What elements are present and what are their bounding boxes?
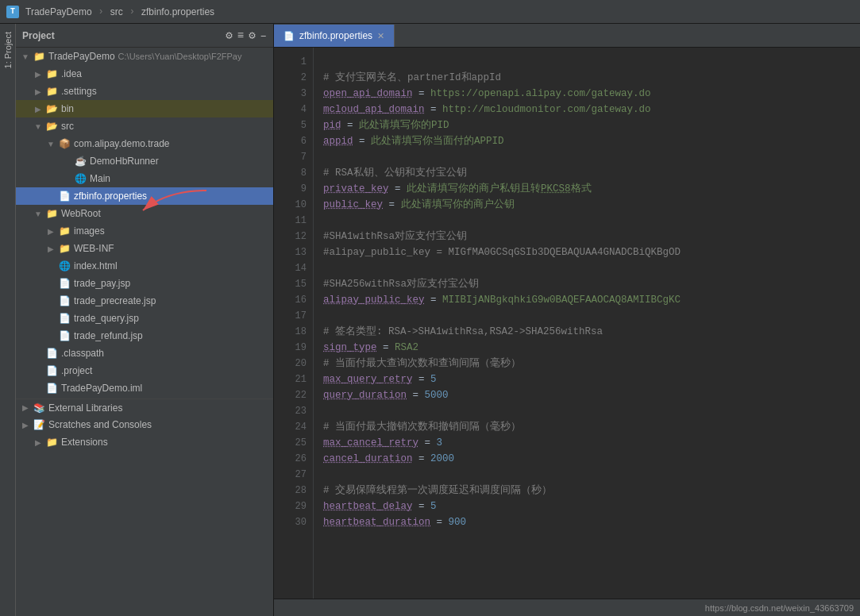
main-icon: 🌐: [73, 173, 87, 184]
tab-zfbinfo[interactable]: 📄 zfbinfo.properties ✕: [274, 25, 395, 47]
tree-item-precreate[interactable]: 📄 trade_precreate.jsp: [16, 292, 273, 310]
label-tradepay-jsp: trade_pay.jsp: [74, 278, 130, 289]
title-sep2: ›: [129, 6, 135, 17]
code-line-9: private_key = 此处请填写你的商户私钥且转PKCS8格式: [323, 181, 860, 197]
line-num-3: 3: [274, 86, 313, 102]
package-icon: 📦: [57, 138, 71, 149]
code-line-5: pid = 此处请填写你的PID: [323, 117, 860, 133]
line-num-26: 26: [274, 451, 313, 467]
project-vertical-tab[interactable]: 1: Project: [0, 24, 16, 616]
jsp-icon-refund: 📄: [57, 330, 71, 341]
expand-idea: ▶: [32, 70, 44, 79]
settings-gear-icon[interactable]: ⚙: [226, 29, 232, 42]
line-num-30: 30: [274, 514, 313, 530]
label-index: index.html: [74, 260, 118, 271]
code-line-23: [323, 403, 860, 419]
tree-item-bin[interactable]: ▶ 📂 bin: [16, 100, 273, 117]
title-src: src: [110, 6, 123, 17]
tree-item-refund[interactable]: 📄 trade_refund.jsp: [16, 327, 273, 345]
title-bar: T TradePayDemo › src › zfbinfo.propertie…: [0, 0, 860, 24]
code-line-2: # 支付宝网关名、partnerId和appId: [323, 70, 860, 86]
line-num-21: 21: [274, 372, 313, 387]
line-num-29: 29: [274, 499, 313, 514]
line-num-12: 12: [274, 229, 313, 244]
tree-item-demohb[interactable]: ☕ DemoHbRunner: [16, 152, 273, 170]
expand-scratches: ▶: [19, 421, 32, 429]
line-num-7: 7: [274, 149, 313, 165]
jsp-icon-precreate: 📄: [57, 295, 71, 306]
settings2-icon[interactable]: ⚙: [249, 29, 255, 42]
line-num-11: 11: [274, 213, 313, 229]
label-scratches: Scratches and Consoles: [48, 419, 152, 430]
code-line-11: [323, 213, 860, 229]
tree-item-settings[interactable]: ▶ 📁 .settings: [16, 83, 273, 100]
folder-icon-src: 📂: [44, 121, 59, 132]
line-num-10: 10: [274, 197, 313, 213]
line-num-22: 22: [274, 387, 313, 403]
tree-item-extlibs[interactable]: ▶ 📚 External Libraries: [16, 398, 273, 416]
label-bin: bin: [61, 103, 74, 114]
tree-item-webinf[interactable]: ▶ 📁 WEB-INF: [16, 240, 273, 257]
line-num-25: 25: [274, 435, 313, 451]
title-project: TradePayDemo: [25, 6, 92, 17]
folder-icon-bin: 📂: [44, 103, 59, 114]
label-main: Main: [90, 173, 110, 184]
tree-item-main[interactable]: 🌐 Main: [16, 170, 273, 187]
code-line-15: #SHA256withRsa对应支付宝公钥: [323, 276, 860, 292]
line-num-20: 20: [274, 356, 313, 372]
line-num-28: 28: [274, 483, 313, 499]
tree-item-images[interactable]: ▶ 📁 images: [16, 222, 273, 240]
app-icon: T: [6, 6, 19, 18]
code-line-16: alipay_public_key = MIIBIjANBgkqhkiG9w0B…: [323, 292, 860, 308]
tree-item-idea[interactable]: ▶ 📁 .idea: [16, 65, 273, 83]
tree-item-src[interactable]: ▼ 📂 src: [16, 117, 273, 135]
tree-item-zfbinfo[interactable]: 📄 zfbinfo.properties: [16, 187, 273, 205]
tree-item-classpath[interactable]: 📄 .classpath: [16, 345, 273, 362]
line-numbers: 1 2 3 4 5 6 7 8 9 10 11 12 13 14 15 16 1…: [274, 48, 314, 599]
tree-item-webroot[interactable]: ▼ 📁 WebRoot: [16, 205, 273, 222]
code-line-10: public_key = 此处请填写你的商户公钥: [323, 197, 860, 213]
code-editor[interactable]: 1 2 3 4 5 6 7 8 9 10 11 12 13 14 15 16 1…: [274, 48, 860, 599]
code-line-19: sign_type = RSA2: [323, 340, 860, 356]
sidebar-content: Project ⚙ ≡ ⚙ – ▼ 📁 TradePayDemo C:\User…: [16, 24, 273, 616]
tab-close-button[interactable]: ✕: [377, 31, 384, 41]
expand-bin: ▶: [32, 105, 44, 114]
folder-icon-idea: 📁: [44, 68, 59, 79]
tree-item-scratches[interactable]: ▶ 📝 Scratches and Consoles: [16, 416, 273, 433]
label-iml: TradePayDemo.iml: [61, 383, 142, 394]
expand-package: ▼: [44, 140, 57, 148]
label-demohb: DemoHbRunner: [90, 156, 159, 167]
tree-item-tradepay[interactable]: ▼ 📁 TradePayDemo C:\Users\Yuan\Desktop\F…: [16, 48, 273, 65]
tree-item-index[interactable]: 🌐 index.html: [16, 257, 273, 275]
code-content[interactable]: # 支付宝网关名、partnerId和appId open_api_domain…: [314, 48, 860, 599]
line-num-23: 23: [274, 403, 313, 419]
line-num-17: 17: [274, 308, 313, 324]
tab-bar: 📄 zfbinfo.properties ✕: [274, 24, 860, 48]
tree-item-package[interactable]: ▼ 📦 com.alipay.demo.trade: [16, 135, 273, 152]
tree-item-query[interactable]: 📄 trade_query.jsp: [16, 310, 273, 327]
collapse-icon[interactable]: ≡: [237, 29, 244, 42]
expand-webroot: ▼: [32, 210, 44, 218]
properties-icon-zfb: 📄: [57, 191, 71, 202]
line-num-16: 16: [274, 292, 313, 308]
tree-item-iml[interactable]: 📄 TradePayDemo.iml: [16, 379, 273, 397]
tree-item-project-file[interactable]: 📄 .project: [16, 362, 273, 379]
code-line-13: #alipay_public_key = MIGfMA0GCSqGSIb3DQE…: [323, 244, 860, 260]
code-line-21: max_query_retry = 5: [323, 372, 860, 387]
minimize-icon[interactable]: –: [260, 29, 267, 42]
folder-icon-images: 📁: [57, 225, 71, 237]
expand-settings: ▶: [32, 87, 44, 96]
code-line-6: appid = 此处请填写你当面付的APPID: [323, 133, 860, 149]
folder-icon-settings: 📁: [44, 86, 59, 97]
code-line-17: [323, 308, 860, 324]
sidebar-header: Project ⚙ ≡ ⚙ –: [16, 24, 273, 48]
label-project-file: .project: [61, 365, 92, 376]
tree-item-tradepay-jsp[interactable]: 📄 trade_pay.jsp: [16, 275, 273, 292]
label-query: trade_query.jsp: [74, 313, 139, 324]
code-line-25: max_cancel_retry = 3: [323, 435, 860, 451]
code-line-26: cancel_duration = 2000: [323, 451, 860, 467]
expand-extlibs: ▶: [19, 403, 32, 412]
tab-icon-properties: 📄: [283, 31, 295, 41]
tree-item-extensions[interactable]: ▶ 📁 Extensions: [16, 433, 273, 451]
path-tradepay: C:\Users\Yuan\Desktop\F2FPay: [118, 52, 242, 61]
